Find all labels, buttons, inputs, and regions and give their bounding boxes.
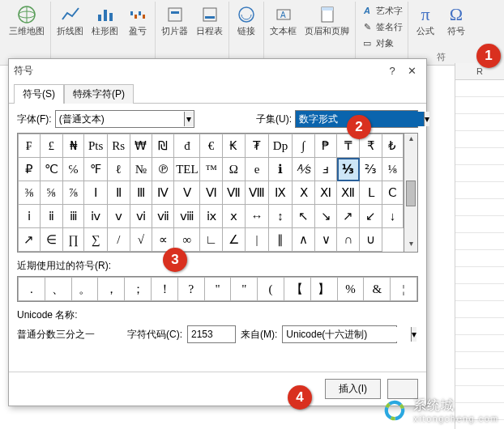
symbol-cell[interactable]: ∠ [222, 228, 245, 252]
symbol-cell[interactable]: Ⅽ [382, 181, 403, 205]
recent-symbol-cell[interactable]: ； [125, 278, 152, 301]
symbol-cell[interactable]: ₮ [245, 134, 268, 158]
ribbon-slicer-button[interactable]: 切片器 [159, 2, 190, 37]
symbol-cell[interactable]: ⅹ [222, 205, 245, 228]
scroll-down-icon[interactable]: ▾ [404, 239, 417, 252]
recent-symbol-cell[interactable]: " [231, 278, 258, 301]
chevron-down-icon[interactable]: ▾ [424, 112, 429, 126]
symbol-cell[interactable]: ℉ [84, 158, 108, 181]
tab-special-chars[interactable]: 特殊字符(P) [64, 84, 134, 104]
symbol-cell[interactable]: Ⅳ [152, 181, 174, 205]
symbol-cell[interactable]: Ⅲ [130, 181, 152, 205]
worksheet-cell[interactable] [455, 369, 504, 386]
ribbon-column-button[interactable]: 柱形图 [89, 2, 121, 37]
symbol-cell[interactable]: ₩ [130, 134, 152, 158]
symbol-cell[interactable]: Ⅹ [292, 181, 315, 205]
worksheet-area[interactable]: R [455, 63, 504, 429]
font-combo-input[interactable] [56, 112, 184, 126]
symbol-cell[interactable]: ⅰ [19, 205, 41, 228]
symbol-cell[interactable]: ₭ [222, 134, 245, 158]
symbol-cell[interactable]: ₸ [337, 134, 360, 158]
symbol-cell[interactable]: ⅲ [62, 205, 83, 228]
symbol-cell[interactable]: ⅛ [382, 158, 403, 181]
symbol-cell[interactable]: ⅷ [174, 205, 200, 228]
symbol-cell[interactable]: ⅓ [337, 158, 360, 181]
symbol-cell[interactable]: Ⅺ [315, 181, 337, 205]
ribbon-sparkline-button[interactable]: 折线图 [54, 2, 86, 37]
symbol-cell[interactable]: ⅝ [40, 181, 62, 205]
symbol-cell[interactable]: Ω [222, 158, 245, 181]
ribbon-formula-button[interactable]: π 公式 [412, 2, 439, 37]
dialog-help-button[interactable]: ? [382, 65, 402, 77]
symbol-cell[interactable]: ↖ [292, 205, 315, 228]
symbol-cell[interactable]: Ⅸ [269, 181, 293, 205]
recent-symbol-cell[interactable]: ， [98, 278, 125, 301]
recent-symbol-cell[interactable]: & [364, 278, 391, 301]
symbol-cell[interactable]: ₦ [62, 134, 83, 158]
symbol-cell[interactable]: √ [130, 228, 152, 252]
worksheet-cell[interactable] [455, 233, 504, 250]
ribbon-headerfooter-button[interactable]: 页眉和页脚 [302, 2, 352, 37]
symbol-cell[interactable]: Ⅷ [245, 181, 268, 205]
symbol-cell[interactable]: ⅴ [107, 205, 130, 228]
worksheet-cell[interactable] [455, 250, 504, 267]
symbol-cell[interactable]: ↗ [337, 205, 360, 228]
symbol-cell[interactable]: ⅞ [62, 181, 83, 205]
symbol-cell[interactable]: Ⅼ [360, 181, 382, 205]
symbol-cell[interactable]: ⅜ [19, 181, 41, 205]
recent-symbol-cell[interactable]: ? [177, 278, 204, 301]
worksheet-cell[interactable] [455, 165, 504, 182]
worksheet-cell[interactable] [455, 301, 504, 318]
symbol-cell[interactable]: ⅔ [360, 158, 382, 181]
ribbon-3dmap-button[interactable]: 三维地图 [6, 2, 47, 37]
symbol-cell[interactable]: ⅵ [130, 205, 152, 228]
symbol-cell[interactable]: ₪ [152, 134, 174, 158]
symbol-cell[interactable]: ∟ [200, 228, 222, 252]
from-combo[interactable]: ▾ [282, 325, 397, 343]
worksheet-cell[interactable] [455, 352, 504, 369]
recent-symbol-cell[interactable]: . [19, 278, 45, 301]
worksheet-cell[interactable] [455, 267, 504, 284]
recent-symbol-cell[interactable]: % [337, 278, 364, 301]
symbol-cell[interactable]: ↕ [269, 205, 293, 228]
charcode-input[interactable] [187, 325, 236, 343]
dialog-close-button[interactable]: ✕ [402, 65, 421, 77]
ribbon-timeline-button[interactable]: 日程表 [194, 2, 225, 37]
scroll-up-icon[interactable]: ▴ [404, 134, 417, 147]
worksheet-cell[interactable] [455, 131, 504, 148]
recent-symbol-cell[interactable]: 。 [71, 278, 98, 301]
symbol-cell[interactable]: ℅ [62, 158, 83, 181]
symbol-cell[interactable]: ⅸ [200, 205, 222, 228]
symbol-cell[interactable]: e [245, 158, 268, 181]
recent-symbol-cell[interactable]: ( [258, 278, 284, 301]
symbol-cell[interactable]: ⅶ [152, 205, 174, 228]
column-header[interactable]: R [455, 63, 504, 80]
from-combo-input[interactable] [283, 327, 411, 342]
symbol-cell[interactable]: ∨ [315, 228, 337, 252]
worksheet-cell[interactable] [455, 216, 504, 233]
symbol-cell[interactable]: ∝ [152, 228, 174, 252]
font-combo[interactable]: ▾ [55, 110, 194, 128]
ribbon-winloss-button[interactable]: 盈亏 [124, 2, 152, 37]
symbol-cell[interactable]: ₱ [315, 134, 337, 158]
symbol-cell[interactable]: Dp [269, 134, 293, 158]
symbol-cell[interactable]: Ⅻ [337, 181, 360, 205]
symbol-cell[interactable]: ∏ [62, 228, 83, 252]
symbol-cell[interactable]: ℓ [107, 158, 130, 181]
symbol-cell[interactable]: ∩ [337, 228, 360, 252]
symbol-cell[interactable]: Ⅶ [222, 181, 245, 205]
symbol-cell[interactable]: ↘ [315, 205, 337, 228]
symbol-cell[interactable]: ₣ [19, 134, 41, 158]
symbol-cell[interactable]: Ⅴ [174, 181, 200, 205]
symbol-cell[interactable]: ∈ [40, 228, 62, 252]
scroll-thumb[interactable] [406, 181, 416, 206]
grid-scrollbar[interactable]: ▴ ▾ [404, 133, 418, 253]
symbol-cell[interactable]: Ⅵ [200, 181, 222, 205]
symbol-cell[interactable]: € [200, 134, 222, 158]
recent-symbol-cell[interactable]: 】 [310, 278, 337, 301]
symbol-cell[interactable]: đ [174, 134, 200, 158]
symbol-cell[interactable]: Rs [107, 134, 130, 158]
symbol-cell[interactable]: ⅱ [40, 205, 62, 228]
ribbon-wordart-button[interactable]: A艺术字 [359, 3, 404, 18]
symbol-cell[interactable]: ∪ [360, 228, 382, 252]
